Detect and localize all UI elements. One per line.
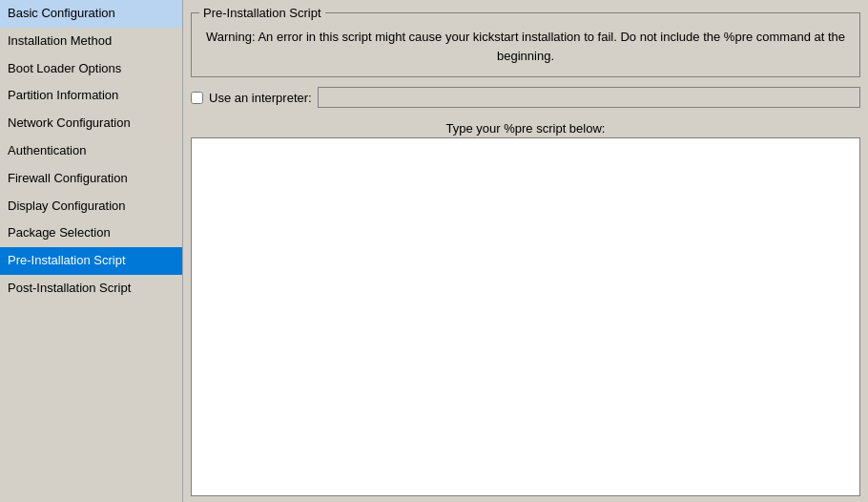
group-title: Pre-Installation Script xyxy=(199,6,325,20)
sidebar-item-installation-method[interactable]: Installation Method xyxy=(0,28,182,55)
main-content: Pre-Installation Script Warning: An erro… xyxy=(183,0,868,502)
warning-text: Warning: An error in this script might c… xyxy=(199,24,852,69)
interpreter-label: Use an interpreter: xyxy=(209,91,312,105)
script-container: Type your %pre script below: xyxy=(191,117,860,496)
sidebar-item-authentication[interactable]: Authentication xyxy=(0,137,182,165)
script-textarea[interactable] xyxy=(191,137,860,496)
sidebar-item-basic-configuration[interactable]: Basic Configuration xyxy=(0,0,182,28)
interpreter-row: Use an interpreter: xyxy=(191,87,860,108)
sidebar-item-network-configuration[interactable]: Network Configuration xyxy=(0,110,182,137)
sidebar-item-post-installation-script[interactable]: Post-Installation Script xyxy=(0,275,182,303)
sidebar-item-package-selection[interactable]: Package Selection xyxy=(0,220,182,247)
interpreter-checkbox[interactable] xyxy=(191,92,203,104)
pre-installation-group: Pre-Installation Script Warning: An erro… xyxy=(191,6,860,77)
script-label: Type your %pre script below: xyxy=(191,121,860,136)
sidebar-item-partition-information[interactable]: Partition Information xyxy=(0,82,182,110)
sidebar-item-display-configuration[interactable]: Display Configuration xyxy=(0,193,182,220)
sidebar-item-firewall-configuration[interactable]: Firewall Configuration xyxy=(0,165,182,193)
sidebar-item-pre-installation-script[interactable]: Pre-Installation Script xyxy=(0,247,182,275)
interpreter-input[interactable] xyxy=(318,87,860,108)
sidebar: Basic ConfigurationInstallation MethodBo… xyxy=(0,0,183,502)
sidebar-item-boot-loader-options[interactable]: Boot Loader Options xyxy=(0,55,182,83)
